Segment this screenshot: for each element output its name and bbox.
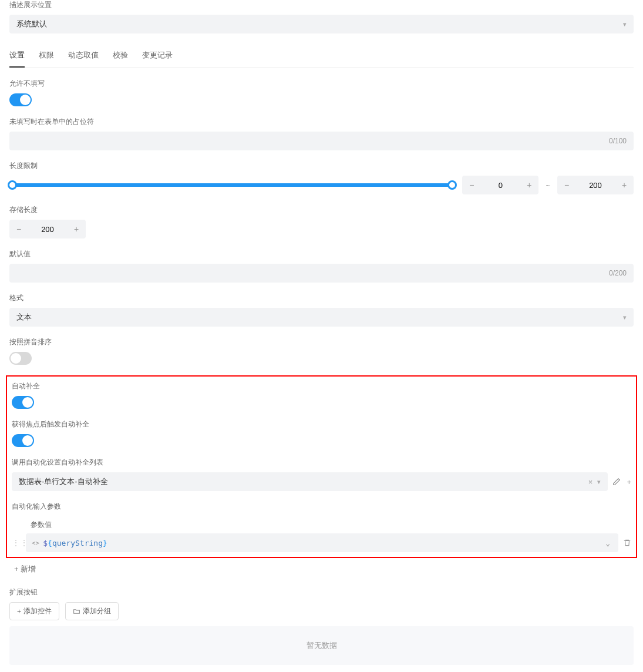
placeholder-counter: 0/100 bbox=[609, 137, 627, 145]
default-value-counter: 0/200 bbox=[609, 269, 627, 277]
autocomplete-label: 自动补全 bbox=[12, 381, 631, 391]
default-value-label: 默认值 bbox=[9, 249, 634, 259]
storage-length-stepper: − + bbox=[9, 220, 86, 238]
storage-length-input[interactable] bbox=[28, 225, 67, 234]
length-max-decrement[interactable]: − bbox=[557, 176, 576, 194]
focus-trigger-label: 获得焦点后触发自动补全 bbox=[12, 419, 631, 429]
autocomplete-toggle[interactable] bbox=[12, 396, 34, 409]
automation-list-label: 调用自动化设置自动补全列表 bbox=[12, 458, 631, 468]
slider-handle-min[interactable] bbox=[8, 180, 17, 190]
param-var: queryString bbox=[52, 539, 103, 547]
desc-position-label: 描述展示位置 bbox=[9, 0, 634, 10]
ext-buttons-label: 扩展按钮 bbox=[9, 587, 634, 597]
autocomplete-highlight-box: 自动补全 获得焦点后触发自动补全 调用自动化设置自动补全列表 数据表-单行文本-… bbox=[6, 375, 637, 558]
param-row: ⋮⋮ <> ${queryString} ⌄ bbox=[12, 533, 631, 552]
format-label: 格式 bbox=[9, 293, 634, 303]
allow-empty-toggle[interactable] bbox=[9, 93, 32, 106]
tabs: 设置 权限 动态取值 校验 变更记录 bbox=[9, 44, 634, 68]
length-slider[interactable] bbox=[9, 183, 455, 187]
param-header: 参数值 bbox=[12, 516, 631, 533]
tab-validation[interactable]: 校验 bbox=[113, 44, 128, 68]
plus-icon: + bbox=[17, 607, 21, 616]
desc-position-select[interactable]: 系统默认 ▾ bbox=[9, 15, 634, 33]
edit-icon[interactable] bbox=[612, 478, 621, 486]
placeholder-input-row: 0/100 bbox=[9, 132, 634, 150]
allow-empty-label: 允许不填写 bbox=[9, 79, 634, 89]
automation-list-select[interactable]: 数据表-单行文本-自动补全 × ▾ bbox=[12, 472, 608, 491]
tab-settings[interactable]: 设置 bbox=[9, 44, 25, 68]
add-group-label: 添加分组 bbox=[83, 606, 111, 616]
range-tilde: ~ bbox=[546, 181, 550, 190]
folder-icon bbox=[73, 607, 80, 615]
chevron-down-icon: ▾ bbox=[623, 314, 627, 321]
format-value: 文本 bbox=[16, 312, 32, 322]
storage-length-increment[interactable]: + bbox=[67, 220, 86, 238]
drag-handle-icon[interactable]: ⋮⋮ bbox=[12, 538, 21, 547]
automation-params-label: 自动化输入参数 bbox=[12, 502, 631, 512]
add-param-link[interactable]: + 新增 bbox=[9, 562, 41, 577]
placeholder-label: 未填写时在表单中的占位符 bbox=[9, 117, 634, 127]
slider-handle-max[interactable] bbox=[447, 180, 457, 190]
clear-icon[interactable]: × bbox=[588, 478, 593, 486]
tab-permissions[interactable]: 权限 bbox=[39, 44, 54, 68]
placeholder-input[interactable] bbox=[16, 137, 609, 146]
focus-trigger-toggle[interactable] bbox=[12, 434, 34, 447]
param-close: } bbox=[103, 539, 107, 547]
length-limit-label: 长度限制 bbox=[9, 161, 634, 171]
delete-icon[interactable] bbox=[623, 539, 631, 547]
chevron-down-icon: ▾ bbox=[623, 21, 627, 28]
length-min-decrement[interactable]: − bbox=[462, 176, 481, 194]
length-min-input[interactable] bbox=[481, 181, 520, 190]
add-control-label: 添加控件 bbox=[23, 606, 52, 616]
length-min-stepper: − + bbox=[462, 176, 538, 194]
param-open: { bbox=[48, 539, 52, 547]
storage-length-label: 存储长度 bbox=[9, 205, 634, 215]
chevron-down-icon[interactable]: ⌄ bbox=[605, 539, 610, 547]
length-min-increment[interactable]: + bbox=[520, 176, 538, 194]
tab-dynamic[interactable]: 动态取值 bbox=[68, 44, 99, 68]
add-control-button[interactable]: + 添加控件 bbox=[9, 602, 59, 620]
default-value-row: 0/200 bbox=[9, 264, 634, 283]
code-icon: <> bbox=[32, 539, 39, 547]
param-dollar: $ bbox=[43, 539, 48, 547]
automation-list-value: 数据表-单行文本-自动补全 bbox=[19, 476, 108, 487]
default-value-input[interactable] bbox=[16, 269, 609, 278]
add-group-button[interactable]: 添加分组 bbox=[65, 602, 119, 620]
empty-panel: 暂无数据 bbox=[9, 626, 634, 665]
pinyin-sort-label: 按照拼音排序 bbox=[9, 337, 634, 347]
pinyin-sort-toggle[interactable] bbox=[9, 352, 32, 365]
tab-changelog[interactable]: 变更记录 bbox=[142, 44, 173, 68]
desc-position-value: 系统默认 bbox=[16, 19, 47, 29]
chevron-down-icon: ▾ bbox=[597, 478, 601, 486]
length-max-increment[interactable]: + bbox=[615, 176, 634, 194]
length-max-stepper: − + bbox=[557, 176, 634, 194]
storage-length-decrement[interactable]: − bbox=[9, 220, 28, 238]
param-input[interactable]: <> ${queryString} ⌄ bbox=[26, 533, 618, 552]
slider-track bbox=[9, 183, 455, 187]
format-select[interactable]: 文本 ▾ bbox=[9, 308, 634, 327]
length-max-input[interactable] bbox=[576, 181, 615, 190]
add-icon[interactable]: + bbox=[627, 478, 631, 486]
